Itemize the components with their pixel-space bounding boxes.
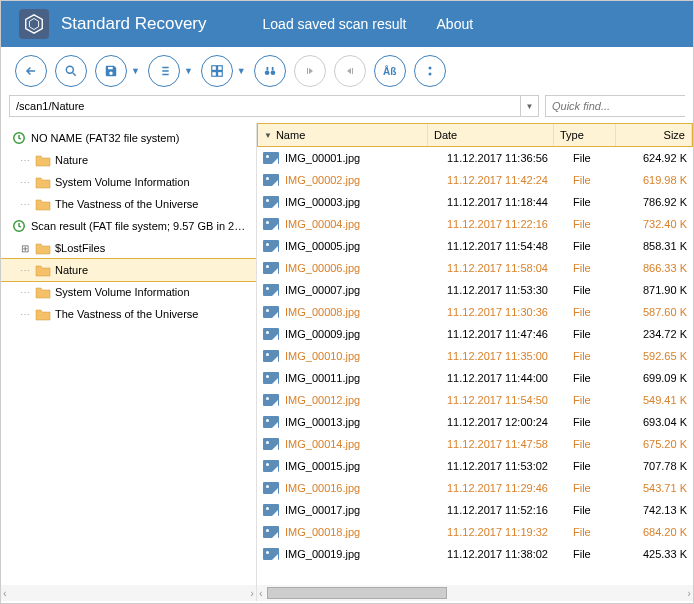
file-row[interactable]: IMG_00002.jpg11.12.2017 11:42:24File619.… [257,169,693,191]
file-row[interactable]: IMG_00005.jpg11.12.2017 11:54:48File858.… [257,235,693,257]
file-name: IMG_00019.jpg [285,548,360,560]
file-type: File [567,240,629,252]
tree-hscroll[interactable]: ‹› [1,585,256,601]
file-size: 866.33 K [629,262,693,274]
file-row[interactable]: IMG_00017.jpg11.12.2017 11:52:16File742.… [257,499,693,521]
list-button[interactable] [148,55,180,87]
file-row[interactable]: IMG_00001.jpg11.12.2017 11:36:56File624.… [257,147,693,169]
tree-item[interactable]: ⋯Nature [1,149,256,171]
folder-icon [35,241,51,255]
tree-root[interactable]: Scan result (FAT file system; 9.57 GB in… [1,215,256,237]
file-row[interactable]: IMG_00008.jpg11.12.2017 11:30:36File587.… [257,301,693,323]
file-size: 619.98 K [629,174,693,186]
view-button[interactable] [201,55,233,87]
clock-icon [11,219,27,233]
col-name[interactable]: ▼Name [258,124,428,146]
list-dropdown[interactable]: ▼ [184,66,193,76]
tree-item[interactable]: ⋯The Vastness of the Universe [1,303,256,325]
case-button[interactable]: Åß [374,55,406,87]
menu-about[interactable]: About [437,16,474,32]
file-row[interactable]: IMG_00019.jpg11.12.2017 11:38:02File425.… [257,543,693,565]
binoculars-button[interactable] [254,55,286,87]
quick-find-input[interactable] [546,96,694,116]
file-hscroll[interactable]: ‹› [257,585,693,601]
file-date: 11.12.2017 11:53:02 [441,460,567,472]
column-header: ▼Name Date Type Size [257,123,693,147]
image-icon [263,328,279,340]
tree-item[interactable]: ⋯Nature [1,259,256,281]
svg-rect-3 [212,66,217,71]
tree-item[interactable]: ⋯System Volume Information [1,171,256,193]
file-row[interactable]: IMG_00006.jpg11.12.2017 11:58:04File866.… [257,257,693,279]
image-icon [263,152,279,164]
file-date: 11.12.2017 11:58:04 [441,262,567,274]
file-row[interactable]: IMG_00014.jpg11.12.2017 11:47:58File675.… [257,433,693,455]
file-row[interactable]: IMG_00018.jpg11.12.2017 11:19:32File684.… [257,521,693,543]
file-row[interactable]: IMG_00012.jpg11.12.2017 11:54:50File549.… [257,389,693,411]
main-area: NO NAME (FAT32 file system)⋯Nature⋯Syste… [1,123,693,601]
file-type: File [567,394,629,406]
file-type: File [567,306,629,318]
address-dropdown[interactable]: ▼ [520,96,538,116]
file-name: IMG_00009.jpg [285,328,360,340]
image-icon [263,394,279,406]
file-name: IMG_00013.jpg [285,416,360,428]
file-size: 742.13 K [629,504,693,516]
view-dropdown[interactable]: ▼ [237,66,246,76]
prev-button[interactable] [294,55,326,87]
app-logo-icon [19,9,49,39]
quick-find-wrap [545,95,685,117]
file-name: IMG_00018.jpg [285,526,360,538]
tree-root[interactable]: NO NAME (FAT32 file system) [1,127,256,149]
file-type: File [567,460,629,472]
tree-label: System Volume Information [55,176,190,188]
file-row[interactable]: IMG_00007.jpg11.12.2017 11:53:30File871.… [257,279,693,301]
col-type[interactable]: Type [554,124,616,146]
file-row[interactable]: IMG_00009.jpg11.12.2017 11:47:46File234.… [257,323,693,345]
search-button[interactable] [55,55,87,87]
tree-item[interactable]: ⋯The Vastness of the Universe [1,193,256,215]
col-size[interactable]: Size [616,124,692,146]
address-input[interactable] [10,96,520,116]
file-row[interactable]: IMG_00004.jpg11.12.2017 11:22:16File732.… [257,213,693,235]
back-button[interactable] [15,55,47,87]
image-icon [263,482,279,494]
file-row[interactable]: IMG_00013.jpg11.12.2017 12:00:24File693.… [257,411,693,433]
options-button[interactable] [414,55,446,87]
file-row[interactable]: IMG_00010.jpg11.12.2017 11:35:00File592.… [257,345,693,367]
svg-point-8 [270,70,275,75]
file-name: IMG_00016.jpg [285,482,360,494]
file-type: File [567,218,629,230]
image-icon [263,240,279,252]
file-row[interactable]: IMG_00003.jpg11.12.2017 11:18:44File786.… [257,191,693,213]
file-date: 11.12.2017 11:47:58 [441,438,567,450]
image-icon [263,174,279,186]
tree-item[interactable]: ⋯System Volume Information [1,281,256,303]
menu-load-result[interactable]: Load saved scan result [263,16,407,32]
file-row[interactable]: IMG_00016.jpg11.12.2017 11:29:46File543.… [257,477,693,499]
file-date: 11.12.2017 11:44:00 [441,372,567,384]
save-dropdown[interactable]: ▼ [131,66,140,76]
file-type: File [567,372,629,384]
file-row[interactable]: IMG_00015.jpg11.12.2017 11:53:02File707.… [257,455,693,477]
svg-rect-9 [266,67,268,71]
folder-icon [35,197,51,211]
file-type: File [567,416,629,428]
tree-label: System Volume Information [55,286,190,298]
tree-label: The Vastness of the Universe [55,198,198,210]
tree-item[interactable]: ⊞$LostFiles [1,237,256,259]
next-button[interactable] [334,55,366,87]
file-row[interactable]: IMG_00011.jpg11.12.2017 11:44:00File699.… [257,367,693,389]
image-icon [263,262,279,274]
file-name: IMG_00017.jpg [285,504,360,516]
file-name: IMG_00010.jpg [285,350,360,362]
file-type: File [567,196,629,208]
col-date[interactable]: Date [428,124,554,146]
image-icon [263,284,279,296]
expand-icon[interactable]: ⊞ [19,243,31,254]
save-button[interactable] [95,55,127,87]
folder-icon [35,153,51,167]
file-type: File [567,174,629,186]
file-date: 11.12.2017 11:53:30 [441,284,567,296]
image-icon [263,306,279,318]
